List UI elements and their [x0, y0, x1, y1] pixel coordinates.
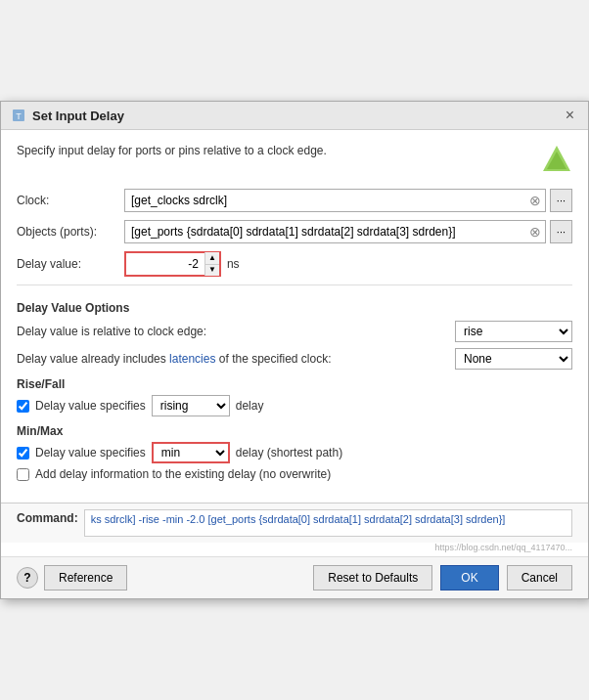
command-text: ks sdrclk] -rise -min -2.0 [get_ports {s…: [84, 509, 572, 537]
overwrite-label: Add delay information to the existing de…: [35, 467, 331, 481]
clock-label: Clock:: [17, 194, 124, 207]
footer: ? Reference Reset to Defaults OK Cancel: [1, 556, 588, 598]
set-input-delay-dialog: T Set Input Delay × Specify input delay …: [0, 101, 589, 599]
command-section: Command: ks sdrclk] -rise -min -2.0 [get…: [1, 503, 588, 543]
rel-clock-row: Delay value is relative to clock edge: r…: [17, 321, 572, 342]
minmax-checkbox[interactable]: [17, 447, 29, 459]
minmax-section: Min/Max Delay value specifies min max de…: [17, 424, 572, 481]
cancel-button[interactable]: Cancel: [507, 565, 572, 591]
delay-value-label: Delay value:: [17, 257, 124, 271]
rel-clock-select[interactable]: rise fall: [455, 321, 572, 342]
command-label: Command:: [17, 509, 78, 525]
objects-input[interactable]: [125, 223, 525, 241]
brand-logo: [541, 144, 572, 175]
delay-spin-down[interactable]: ▼: [205, 265, 219, 277]
clock-browse-button[interactable]: ···: [550, 189, 572, 212]
command-row: Command: ks sdrclk] -rise -min -2.0 [get…: [17, 509, 572, 537]
title-bar-left: T Set Input Delay: [11, 108, 124, 123]
footer-left: ? Reference: [17, 565, 127, 591]
objects-clear-button[interactable]: ⊗: [525, 225, 545, 239]
delay-unit: ns: [227, 257, 240, 271]
delay-spin-up[interactable]: ▲: [205, 252, 219, 265]
title-bar: T Set Input Delay ×: [1, 102, 588, 130]
minmax-select[interactable]: min max: [152, 442, 230, 463]
risefall-select[interactable]: rising falling: [152, 395, 230, 416]
risefall-checkbox-row: Delay value specifies rising falling del…: [17, 395, 572, 416]
latency-select[interactable]: None early late: [455, 348, 572, 370]
reset-button[interactable]: Reset to Defaults: [313, 565, 432, 591]
risefall-title: Rise/Fall: [17, 377, 572, 391]
delay-spinbox[interactable]: [126, 255, 204, 273]
clock-input[interactable]: [125, 192, 525, 209]
ok-button[interactable]: OK: [440, 565, 498, 591]
minmax-checkbox-label: Delay value specifies: [35, 446, 146, 459]
objects-browse-button[interactable]: ···: [550, 220, 572, 243]
risefall-section: Rise/Fall Delay value specifies rising f…: [17, 377, 572, 416]
watermark: https://blog.csdn.net/qq_4117470...: [1, 543, 588, 556]
objects-label: Objects (ports):: [17, 225, 124, 239]
clock-input-wrapper: ⊗: [124, 189, 546, 212]
minmax-checkbox-row: Delay value specifies min max delay (sho…: [17, 442, 572, 463]
reference-button[interactable]: Reference: [44, 565, 127, 591]
risefall-suffix: delay: [236, 399, 264, 413]
latency-row: Delay value already includes latencies o…: [17, 348, 572, 370]
clock-clear-button[interactable]: ⊗: [525, 194, 545, 207]
dialog-body: Specify input delay for ports or pins re…: [1, 130, 588, 495]
delay-spin-buttons: ▲ ▼: [204, 252, 219, 276]
minmax-title: Min/Max: [17, 424, 572, 438]
risefall-checkbox-label: Delay value specifies: [35, 399, 146, 413]
svg-text:T: T: [16, 111, 22, 121]
help-button[interactable]: ?: [17, 567, 38, 589]
latency-label: Delay value already includes latencies o…: [17, 352, 455, 366]
delay-options-section: Delay Value Options Delay value is relat…: [17, 284, 572, 370]
delay-spinbox-wrapper: ▲ ▼: [124, 251, 221, 277]
overwrite-checkbox[interactable]: [17, 468, 29, 481]
overwrite-checkbox-row: Add delay information to the existing de…: [17, 467, 572, 481]
close-button[interactable]: ×: [562, 108, 578, 123]
description-row: Specify input delay for ports or pins re…: [17, 144, 572, 175]
dialog-icon: T: [11, 108, 26, 123]
delay-value-row: Delay value: ▲ ▼ ns: [17, 251, 572, 277]
risefall-checkbox[interactable]: [17, 400, 29, 413]
delay-options-title: Delay Value Options: [17, 301, 572, 315]
description-text: Specify input delay for ports or pins re…: [17, 144, 531, 157]
minmax-suffix: delay (shortest path): [236, 446, 342, 459]
footer-right: Reset to Defaults OK Cancel: [313, 565, 572, 591]
dialog-title: Set Input Delay: [32, 109, 124, 123]
objects-input-wrapper: ⊗: [124, 220, 546, 243]
objects-row: Objects (ports): ⊗ ···: [17, 220, 572, 243]
rel-clock-label: Delay value is relative to clock edge:: [17, 325, 455, 338]
clock-row: Clock: ⊗ ···: [17, 189, 572, 212]
